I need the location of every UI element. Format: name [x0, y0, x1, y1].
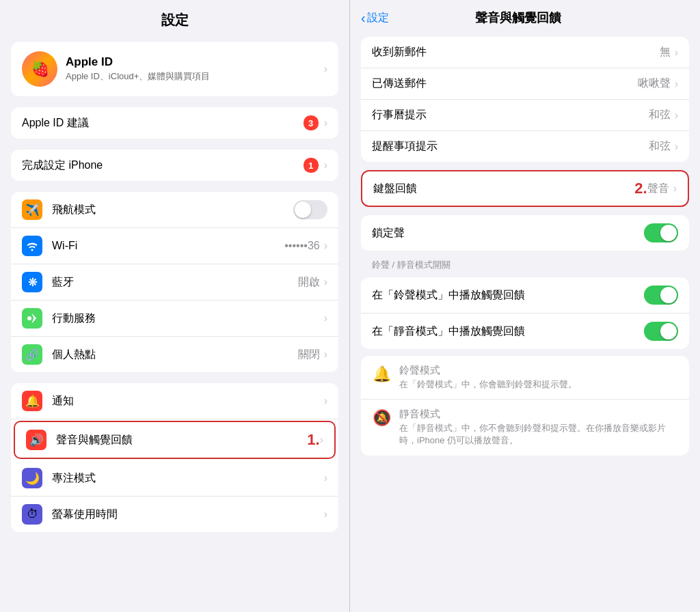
- complete-setup-label: 完成設定 iPhone: [22, 158, 304, 173]
- wifi-row[interactable]: Wi-Fi ••••••36 ›: [11, 228, 338, 264]
- airplane-toggle[interactable]: [293, 200, 327, 219]
- hotspot-icon: 🔗: [22, 344, 42, 365]
- screen-time-row[interactable]: ⏱ 螢幕使用時間 ›: [11, 497, 338, 532]
- sound-haptics-highlight: 🔊 聲音與觸覺回饋 1. ›: [14, 421, 336, 459]
- reminder-chevron: ›: [675, 141, 678, 153]
- ring-mode-haptic-toggle[interactable]: [644, 286, 678, 305]
- silent-info-desc: 在「靜音模式」中，你不會聽到鈴聲和提示聲。在你播放音樂或影片時，iPhone 仍…: [399, 422, 678, 447]
- notification-icon: 🔔: [22, 391, 42, 411]
- keyboard-label: 鍵盤回饋: [373, 182, 629, 196]
- screen-time-icon: ⏱: [22, 504, 42, 525]
- ring-mode-haptic-row[interactable]: 在「鈴聲模式」中播放觸覺回饋: [361, 277, 689, 314]
- ringtone-bell-icon: 🔔: [372, 365, 391, 383]
- haptic-section: 在「鈴聲模式」中播放觸覺回饋 在「靜音模式」中播放觸覺回饋: [361, 277, 689, 349]
- sent-mail-row[interactable]: 已傳送郵件 啾啾聲 ›: [361, 68, 689, 100]
- apple-id-chevron: ›: [324, 63, 327, 75]
- screen-time-chevron: ›: [324, 508, 327, 520]
- suggestion-badge: 3: [304, 115, 319, 130]
- mobile-row[interactable]: 行動服務 ›: [11, 301, 338, 337]
- apple-id-name: Apple ID: [66, 55, 316, 69]
- silent-mode-haptic-label: 在「靜音模式」中播放觸覺回饋: [372, 324, 644, 339]
- bluetooth-chevron: ›: [324, 276, 327, 288]
- ring-mode-haptic-knob: [660, 287, 677, 303]
- apple-id-subtitle: Apple ID、iCloud+、媒體與購買項目: [66, 70, 316, 83]
- airplane-mode-row[interactable]: ✈️ 飛航模式: [11, 192, 338, 228]
- sent-mail-label: 已傳送郵件: [372, 76, 638, 91]
- ring-mode-haptic-label: 在「鈴聲模式」中播放觸覺回饋: [372, 288, 644, 303]
- svg-point-0: [27, 316, 31, 320]
- network-section: ✈️ 飛航模式 Wi-Fi ••••••36 › ❊ 藍牙 開啟 ›: [11, 192, 338, 372]
- new-mail-value: 無: [660, 45, 671, 59]
- back-button[interactable]: ‹ 設定: [361, 10, 389, 26]
- ringtone-section-label: 鈴聲 / 靜音模式開關: [372, 259, 678, 271]
- hotspot-value: 關閉: [298, 348, 320, 362]
- lock-sound-section: 鎖定聲: [361, 215, 689, 251]
- airplane-label: 飛航模式: [52, 203, 293, 217]
- hotspot-row[interactable]: 🔗 個人熱點 關閉 ›: [11, 337, 338, 372]
- calendar-label: 行事曆提示: [372, 108, 649, 122]
- hotspot-label: 個人熱點: [52, 348, 298, 362]
- email-sound-section: 收到新郵件 無 › 已傳送郵件 啾啾聲 › 行事曆提示 和弦 › 提醒事項提示 …: [361, 37, 689, 162]
- back-chevron-icon: ‹: [361, 10, 366, 26]
- new-mail-chevron: ›: [675, 46, 678, 59]
- silent-info-row: 🔕 靜音模式 在「靜音模式」中，你不會聽到鈴聲和提示聲。在你播放音樂或影片時，i…: [361, 400, 689, 455]
- right-header: ‹ 設定 聲音與觸覺回饋: [350, 0, 700, 33]
- bluetooth-label: 藍牙: [52, 275, 298, 290]
- mobile-label: 行動服務: [52, 311, 324, 326]
- avatar: 🍓: [22, 51, 57, 87]
- keyboard-value: 聲音: [647, 182, 669, 196]
- mobile-chevron: ›: [324, 312, 327, 324]
- ringtone-info-row: 🔔 鈴聲模式 在「鈴聲模式」中，你會聽到鈴聲和提示聲。: [361, 356, 689, 400]
- silent-mode-haptic-knob: [660, 323, 677, 339]
- complete-setup-row[interactable]: 完成設定 iPhone 1 ›: [11, 150, 338, 181]
- bluetooth-row[interactable]: ❊ 藍牙 開啟 ›: [11, 264, 338, 301]
- sent-mail-value: 啾啾聲: [638, 76, 671, 91]
- notification-label: 通知: [52, 394, 324, 408]
- keyboard-feedback-row[interactable]: 鍵盤回饋 2. 聲音 ›: [362, 171, 688, 206]
- apple-id-suggestion-row[interactable]: Apple ID 建議 3 ›: [11, 107, 338, 139]
- new-mail-row[interactable]: 收到新郵件 無 ›: [361, 37, 689, 68]
- wifi-icon: [22, 236, 42, 256]
- calendar-row[interactable]: 行事曆提示 和弦 ›: [361, 100, 689, 131]
- silent-bell-icon: 🔕: [372, 409, 391, 427]
- app-section: 🔔 通知 › 🔊 聲音與觸覺回饋 1. › 🌙 專注模式 › ⏱ 螢幕使用時間 …: [11, 383, 338, 532]
- lock-sound-row[interactable]: 鎖定聲: [361, 215, 689, 251]
- airplane-toggle-knob: [295, 201, 311, 218]
- reminder-label: 提醒事項提示: [372, 139, 649, 154]
- sent-mail-chevron: ›: [675, 78, 678, 90]
- keyboard-chevron: ›: [673, 182, 677, 195]
- sound-haptics-label: 聲音與觸覺回饋: [56, 433, 301, 447]
- focus-row[interactable]: 🌙 專注模式 ›: [11, 460, 338, 497]
- wifi-chevron: ›: [324, 240, 327, 252]
- notification-chevron: ›: [324, 395, 327, 407]
- complete-setup-group: 完成設定 iPhone 1 ›: [11, 150, 338, 181]
- sound-haptics-row[interactable]: 🔊 聲音與觸覺回饋 1. ›: [15, 422, 334, 458]
- bluetooth-value: 開啟: [298, 275, 320, 290]
- left-panel: 設定 🍓 Apple ID Apple ID、iCloud+、媒體與購買項目 ›…: [0, 0, 350, 612]
- back-label: 設定: [367, 11, 389, 25]
- wifi-label: Wi-Fi: [52, 240, 284, 252]
- notification-row[interactable]: 🔔 通知 ›: [11, 383, 338, 419]
- wifi-value: ••••••36: [284, 240, 319, 252]
- screen-time-label: 螢幕使用時間: [52, 507, 324, 522]
- ringtone-info-title: 鈴聲模式: [399, 364, 678, 377]
- lock-sound-knob: [660, 225, 677, 241]
- apple-id-card[interactable]: 🍓 Apple ID Apple ID、iCloud+、媒體與購買項目 ›: [11, 42, 338, 96]
- suggestion-chevron: ›: [324, 117, 327, 129]
- lock-sound-toggle[interactable]: [644, 223, 678, 242]
- focus-chevron: ›: [324, 472, 327, 484]
- silent-mode-haptic-row[interactable]: 在「靜音模式」中播放觸覺回饋: [361, 314, 689, 349]
- info-section: 🔔 鈴聲模式 在「鈴聲模式」中，你會聽到鈴聲和提示聲。 🔕 靜音模式 在「靜音模…: [361, 356, 689, 456]
- silent-info-text: 靜音模式 在「靜音模式」中，你不會聽到鈴聲和提示聲。在你播放音樂或影片時，iPh…: [399, 408, 678, 447]
- complete-setup-badge: 1: [304, 158, 319, 173]
- keyboard-section-highlight: 鍵盤回饋 2. 聲音 ›: [361, 170, 689, 207]
- silent-mode-haptic-toggle[interactable]: [644, 322, 678, 341]
- right-panel-title: 聲音與觸覺回饋: [389, 10, 648, 26]
- reminder-row[interactable]: 提醒事項提示 和弦 ›: [361, 131, 689, 162]
- focus-label: 專注模式: [52, 471, 324, 486]
- sound-haptics-chevron: ›: [320, 434, 323, 446]
- ringtone-info-text: 鈴聲模式 在「鈴聲模式」中，你會聽到鈴聲和提示聲。: [399, 364, 678, 391]
- silent-info-title: 靜音模式: [399, 408, 678, 421]
- hotspot-chevron: ›: [324, 348, 327, 361]
- mobile-icon: [22, 308, 42, 329]
